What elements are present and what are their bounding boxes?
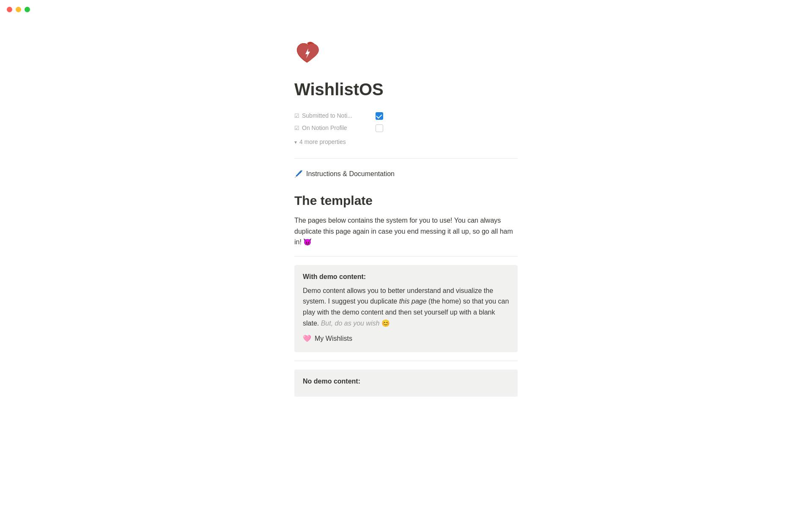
minimize-button[interactable] [16,7,21,12]
traffic-lights [7,7,30,12]
property-name-notion-profile: On Notion Profile [302,124,347,133]
maximize-button[interactable] [25,7,30,12]
with-demo-text: Demo content allows you to better unders… [303,285,509,329]
my-wishlists-link[interactable]: 🩷 My Wishlists [303,332,509,345]
checkbox-submitted[interactable] [376,112,383,120]
instructions-label: Instructions & Documentation [306,169,395,179]
with-demo-italic: this page [399,298,427,305]
page-title: WishlistOS [294,79,518,99]
template-paragraph-text: The pages below contains the system for … [294,217,513,246]
with-demo-block: With demo content: Demo content allows y… [294,265,518,352]
close-button[interactable] [7,7,12,12]
property-row-notion-profile: ☑ On Notion Profile [294,122,518,134]
divider-1 [294,158,518,159]
no-demo-block: No demo content: [294,370,518,397]
more-properties-toggle[interactable]: ▾ 4 more properties [294,136,518,148]
wishlists-emoji: 🩷 [303,334,311,344]
property-label-submitted: ☑ Submitted to Noti... [294,111,370,120]
page-icon [294,41,518,69]
more-properties-label: 4 more properties [299,138,346,146]
instructions-emoji: 🖊️ [294,169,303,179]
wishlists-label: My Wishlists [315,334,352,344]
with-demo-italic-2: But, do as you wish [321,320,380,327]
divider-3 [294,361,518,361]
with-demo-title: With demo content: [303,272,509,282]
property-label-notion-profile: ☑ On Notion Profile [294,124,370,133]
with-demo-emoji: 😊 [379,320,390,327]
property-row-submitted: ☑ Submitted to Noti... [294,110,518,122]
template-paragraph: The pages below contains the system for … [294,215,518,248]
checkbox-label-icon-submitted: ☑ [294,112,299,120]
property-name-submitted: Submitted to Noti... [302,111,352,120]
no-demo-title: No demo content: [303,376,509,387]
page-content: WishlistOS ☑ Submitted to Noti... ☑ On N… [254,0,558,488]
properties-section: ☑ Submitted to Noti... ☑ On Notion Profi… [294,110,518,148]
chevron-down-icon: ▾ [294,138,297,146]
template-heading: The template [294,191,518,210]
checkbox-notion-profile[interactable] [376,124,383,132]
checkbox-label-icon-notion-profile: ☑ [294,124,299,133]
divider-2 [294,256,518,257]
instructions-link[interactable]: 🖊️ Instructions & Documentation [294,167,518,181]
